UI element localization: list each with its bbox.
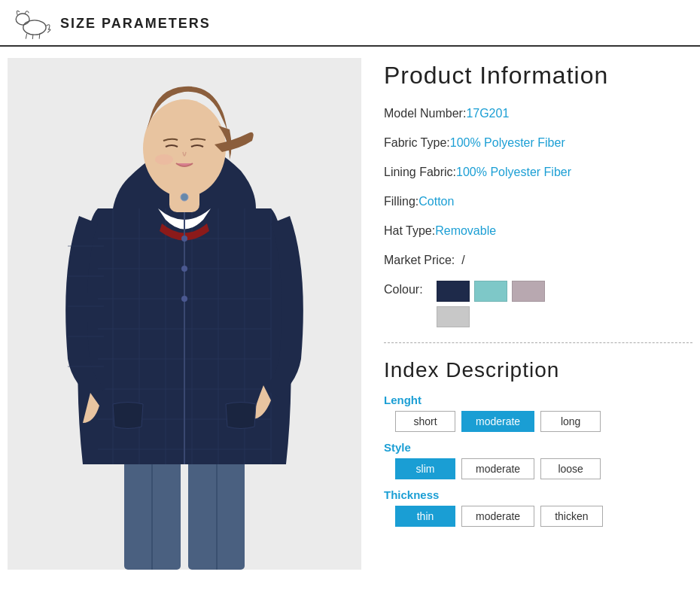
index-category-lenght: Lenght short moderate long — [384, 394, 692, 432]
swatch-mauve[interactable] — [512, 281, 545, 302]
header: SIZE PARAMETERS — [0, 0, 700, 47]
hat-type-row: Hat Type:Removable — [384, 222, 692, 240]
model-number-value: 17G201 — [466, 107, 509, 120]
lining-fabric-row: Lining Fabric:100% Polyester Fiber — [384, 163, 692, 181]
main-content: Product Information Model Number:17G201 … — [0, 47, 700, 581]
model-number-row: Model Number:17G201 — [384, 105, 692, 123]
model-number-label: Model Number: — [384, 107, 466, 120]
svg-point-34 — [181, 193, 188, 201]
product-title: Product Information — [384, 62, 692, 90]
index-category-thickness: Thickness thin moderate thicken — [384, 488, 692, 527]
product-image — [8, 58, 361, 570]
filling-row: Filling:Cotton — [384, 193, 692, 211]
svg-point-33 — [181, 296, 187, 302]
style-moderate-btn[interactable]: moderate — [461, 458, 534, 479]
style-loose-btn[interactable]: loose — [540, 458, 601, 479]
fabric-type-label: Fabric Type: — [384, 136, 450, 149]
hat-type-value: Removable — [435, 224, 496, 237]
swatch-light-gray[interactable] — [437, 306, 470, 327]
svg-point-0 — [23, 20, 46, 35]
style-buttons: slim moderate loose — [384, 458, 692, 479]
svg-point-28 — [143, 99, 226, 197]
market-price-value: / — [461, 254, 464, 266]
style-slim-btn[interactable]: slim — [395, 458, 455, 479]
lining-fabric-value: 100% Polyester Fiber — [456, 166, 571, 178]
svg-point-32 — [181, 266, 187, 272]
market-price-label: Market Price: — [384, 254, 455, 266]
filling-value: Cotton — [418, 195, 454, 208]
fabric-type-row: Fabric Type:100% Polyester Fiber — [384, 134, 692, 152]
style-label: Style — [384, 441, 692, 454]
market-price-row: Market Price: / — [384, 251, 692, 269]
lining-fabric-label: Lining Fabric: — [384, 166, 456, 178]
svg-point-29 — [155, 154, 173, 165]
lenght-buttons: short moderate long — [384, 411, 692, 432]
right-panel: Product Information Model Number:17G201 … — [384, 58, 692, 570]
page-title: SIZE PARAMETERS — [60, 16, 211, 32]
filling-label: Filling: — [384, 195, 418, 208]
swatch-navy[interactable] — [437, 281, 470, 302]
thickness-buttons: thin moderate thicken — [384, 506, 692, 527]
thickness-moderate-btn[interactable]: moderate — [461, 506, 534, 527]
thickness-thin-btn[interactable]: thin — [395, 506, 455, 527]
fabric-type-value: 100% Polyester Fiber — [450, 136, 565, 149]
lenght-short-btn[interactable]: short — [395, 411, 455, 432]
colour-row: Colour: — [384, 281, 692, 327]
colour-label: Colour: — [384, 281, 423, 299]
colour-swatches — [437, 281, 545, 327]
svg-point-1 — [16, 14, 29, 25]
hat-type-label: Hat Type: — [384, 224, 435, 237]
product-image-container — [8, 58, 361, 570]
lenght-long-btn[interactable]: long — [540, 411, 601, 432]
fox-logo-icon — [11, 8, 53, 39]
lenght-moderate-btn[interactable]: moderate — [461, 411, 534, 432]
index-title: Index Description — [384, 358, 692, 382]
index-category-style: Style slim moderate loose — [384, 441, 692, 479]
svg-point-31 — [181, 236, 187, 242]
swatch-teal[interactable] — [474, 281, 507, 302]
thickness-label: Thickness — [384, 488, 692, 501]
lenght-label: Lenght — [384, 394, 692, 406]
thickness-thicken-btn[interactable]: thicken — [540, 506, 602, 527]
section-divider — [384, 342, 692, 343]
